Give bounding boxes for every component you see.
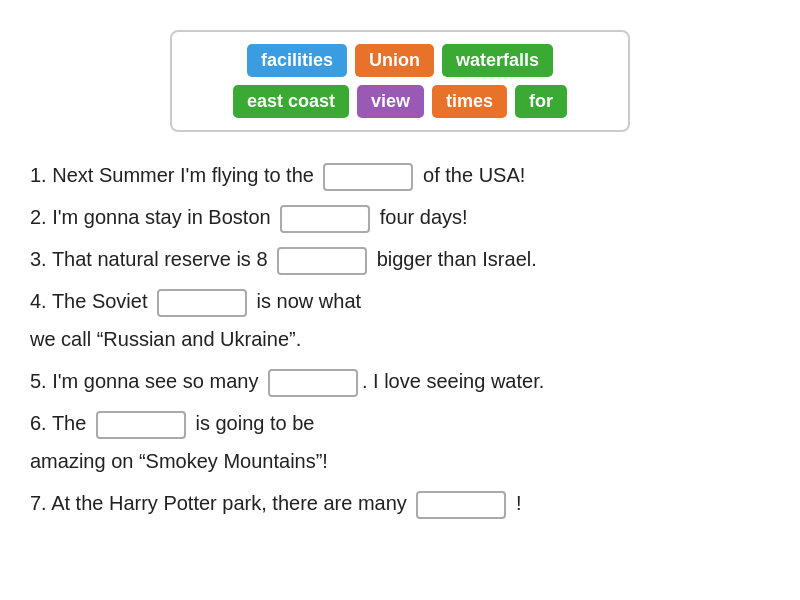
sentence-text: of the USA! — [417, 164, 525, 186]
sentences-container: 1. Next Summer I'm flying to the of the … — [20, 156, 780, 522]
sentence-text: 6. The — [30, 412, 92, 434]
sentence-7: 7. At the Harry Potter park, there are m… — [30, 484, 780, 522]
blank-4[interactable] — [157, 289, 247, 317]
sentence-text: 7. At the Harry Potter park, there are m… — [30, 492, 412, 514]
sentence-1: 1. Next Summer I'm flying to the of the … — [30, 156, 780, 194]
sentence-6: 6. The is going to beamazing on “Smokey … — [30, 404, 780, 480]
sentence-3: 3. That natural reserve is 8 bigger than… — [30, 240, 780, 278]
word-chip-union[interactable]: Union — [355, 44, 434, 77]
sentence-text: 1. Next Summer I'm flying to the — [30, 164, 319, 186]
word-chip-view[interactable]: view — [357, 85, 424, 118]
sentence-5: 5. I'm gonna see so many . I love seeing… — [30, 362, 780, 400]
sentence-text: 5. I'm gonna see so many — [30, 370, 264, 392]
sentence-text: is now what — [251, 290, 361, 312]
sentence-text: we call “Russian and Ukraine”. — [30, 328, 301, 350]
sentence-text: bigger than Israel. — [371, 248, 537, 270]
sentence-text: ! — [510, 492, 521, 514]
sentence-text: four days! — [374, 206, 467, 228]
word-chip-waterfalls[interactable]: waterfalls — [442, 44, 553, 77]
blank-1[interactable] — [323, 163, 413, 191]
word-chip-for[interactable]: for — [515, 85, 567, 118]
sentence-text: 3. That natural reserve is 8 — [30, 248, 273, 270]
sentence-text: 4. The Soviet — [30, 290, 153, 312]
blank-3[interactable] — [277, 247, 367, 275]
blank-2[interactable] — [280, 205, 370, 233]
sentence-text: 2. I'm gonna stay in Boston — [30, 206, 276, 228]
word-bank: facilitiesUnionwaterfallseast coastviewt… — [170, 30, 630, 132]
word-chip-east-coast[interactable]: east coast — [233, 85, 349, 118]
blank-5[interactable] — [268, 369, 358, 397]
sentence-2: 2. I'm gonna stay in Boston four days! — [30, 198, 780, 236]
sentence-4: 4. The Soviet is now whatwe call “Russia… — [30, 282, 780, 358]
blank-7[interactable] — [416, 491, 506, 519]
word-chip-facilities[interactable]: facilities — [247, 44, 347, 77]
word-chip-times[interactable]: times — [432, 85, 507, 118]
sentence-text: amazing on “Smokey Mountains”! — [30, 450, 328, 472]
blank-6[interactable] — [96, 411, 186, 439]
sentence-text: is going to be — [190, 412, 315, 434]
sentence-text: . I love seeing water. — [362, 370, 544, 392]
